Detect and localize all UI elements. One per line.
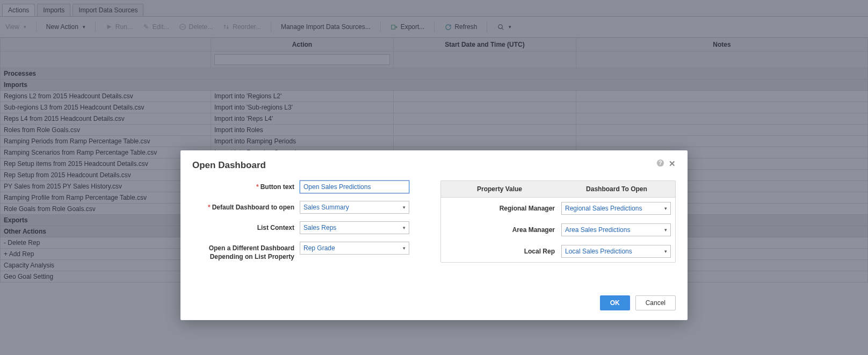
chevron-down-icon: ▾ bbox=[403, 245, 406, 251]
list-property-label: Open a Different Dashboard Depending on … bbox=[192, 242, 300, 261]
default-dashboard-label: *Default Dashboard to open bbox=[192, 201, 300, 212]
property-value-label: Local Rep bbox=[445, 248, 561, 255]
modal-title: Open Dashboard bbox=[192, 160, 266, 171]
default-dashboard-select[interactable]: Sales Summary ▾ bbox=[300, 201, 409, 214]
property-mapping-table: Property Value Dashboard To Open Regiona… bbox=[440, 180, 676, 263]
list-property-select[interactable]: Rep Grade ▾ bbox=[300, 242, 409, 255]
help-icon[interactable]: ? bbox=[656, 159, 664, 169]
chevron-down-icon: ▾ bbox=[664, 249, 667, 254]
list-context-value: Sales Reps bbox=[303, 224, 336, 231]
close-icon[interactable]: ✕ bbox=[669, 159, 676, 169]
cancel-button[interactable]: Cancel bbox=[635, 295, 676, 310]
property-row: Regional ManagerRegional Sales Predictio… bbox=[441, 198, 675, 219]
ok-button[interactable]: OK bbox=[600, 295, 630, 310]
svg-text:?: ? bbox=[659, 160, 662, 166]
dashboard-select[interactable]: Local Sales Predictions▾ bbox=[561, 245, 671, 258]
property-value-label: Area Manager bbox=[445, 226, 561, 234]
chevron-down-icon: ▾ bbox=[664, 227, 667, 233]
default-dashboard-value: Sales Summary bbox=[303, 204, 349, 211]
dashboard-select-value: Local Sales Predictions bbox=[565, 248, 632, 255]
list-context-select[interactable]: Sales Reps ▾ bbox=[300, 221, 409, 234]
list-context-label: List Context bbox=[192, 221, 300, 233]
dashboard-select-value: Area Sales Predictions bbox=[565, 226, 630, 234]
dashboard-select[interactable]: Area Sales Predictions▾ bbox=[561, 223, 671, 236]
property-value-label: Regional Manager bbox=[445, 205, 561, 212]
property-row: Area ManagerArea Sales Predictions▾ bbox=[441, 219, 675, 241]
list-property-value: Rep Grade bbox=[303, 244, 335, 252]
dashboard-to-open-header: Dashboard To Open bbox=[558, 181, 675, 197]
chevron-down-icon: ▾ bbox=[664, 206, 667, 211]
chevron-down-icon: ▾ bbox=[403, 205, 406, 210]
chevron-down-icon: ▾ bbox=[403, 225, 406, 230]
dashboard-select[interactable]: Regional Sales Predictions▾ bbox=[561, 202, 671, 215]
button-text-label: *Button text bbox=[192, 180, 300, 192]
dashboard-select-value: Regional Sales Predictions bbox=[565, 205, 642, 212]
open-dashboard-modal: Open Dashboard ? ✕ *Button text *Default… bbox=[180, 150, 688, 320]
button-text-input[interactable] bbox=[300, 180, 409, 193]
modal-overlay: Open Dashboard ? ✕ *Button text *Default… bbox=[0, 0, 868, 355]
property-row: Local RepLocal Sales Predictions▾ bbox=[441, 241, 675, 262]
property-value-header: Property Value bbox=[441, 181, 558, 197]
